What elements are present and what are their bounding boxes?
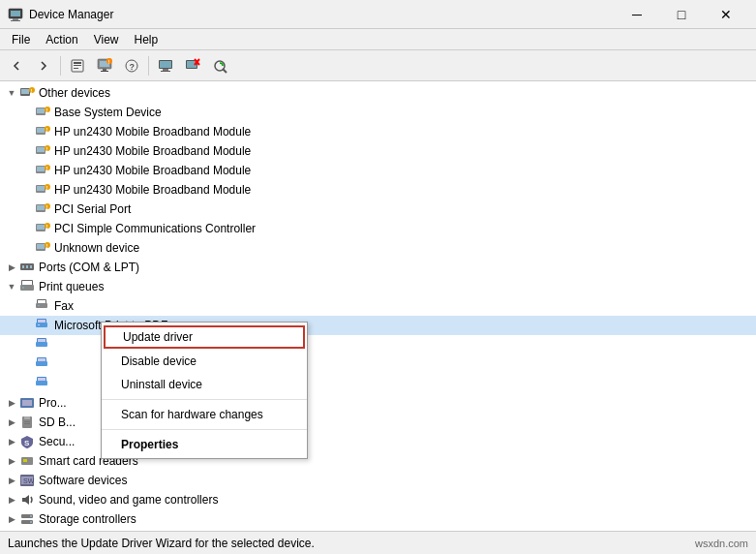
tree-item-hp2[interactable]: ! HP un2430 Mobile Broadband Module [0, 141, 756, 161]
pci-serial-label: PCI Serial Port [54, 202, 131, 216]
forward-button[interactable] [31, 54, 56, 77]
tree-item-software[interactable]: ▶ SW Software devices [0, 471, 756, 490]
ports-icon [19, 260, 35, 275]
svg-text:?: ? [130, 61, 136, 71]
software-expand[interactable]: ▶ [4, 473, 19, 488]
svg-rect-64 [30, 265, 32, 268]
context-disable-device[interactable]: Disable device [102, 350, 307, 373]
context-properties[interactable]: Properties [102, 433, 307, 456]
print-expand[interactable]: ▼ [4, 279, 19, 294]
hp3-label: HP un2430 Mobile Broadband Module [54, 164, 251, 177]
title-bar: Device Manager ─ □ ✕ [0, 0, 756, 29]
svg-rect-76 [38, 324, 40, 325]
minimize-button[interactable]: ─ [615, 0, 659, 29]
pro-expand[interactable]: ▶ [4, 395, 19, 411]
svg-rect-7 [74, 68, 78, 69]
tree-item-storage[interactable]: ▶ Storage controllers [0, 509, 756, 529]
properties-button[interactable] [65, 54, 90, 77]
print-queues-label: Print queues [39, 280, 104, 293]
sd-label: SD B... [39, 416, 76, 429]
print-queues-icon [19, 279, 35, 294]
scan-changes-label: Scan for hardware changes [121, 408, 263, 421]
svg-rect-2 [13, 18, 18, 20]
hp4-icon: ! [35, 182, 50, 198]
tree-item-ports[interactable]: ▶ Ports (COM & LPT) [0, 258, 756, 277]
unknown-icon: ! [35, 240, 50, 256]
base-system-icon: ! [35, 105, 50, 120]
tree-item-base-system[interactable]: ! Base System Device [0, 103, 756, 122]
context-separator [102, 399, 307, 400]
hp3-icon: ! [35, 163, 50, 178]
svg-rect-42 [37, 167, 45, 171]
svg-rect-50 [37, 205, 45, 210]
pdf-icon [35, 318, 50, 333]
pci-comm-label: PCI Simple Communications Controller [54, 222, 256, 235]
svg-rect-3 [11, 20, 20, 21]
base-system-label: Base System Device [54, 106, 162, 119]
sound-expand[interactable]: ▶ [4, 492, 19, 508]
svg-text:S: S [24, 439, 30, 447]
context-uninstall-device[interactable]: Uninstall device [102, 373, 307, 396]
tree-item-sound[interactable]: ▶ Sound, video and game controllers [0, 490, 756, 509]
menu-file[interactable]: File [4, 31, 38, 48]
menu-bar: File Action View Help [0, 29, 756, 50]
properties-icon [70, 58, 85, 74]
close-button[interactable]: ✕ [704, 0, 748, 29]
tree-item-fax[interactable]: Fax [0, 296, 756, 316]
svg-rect-30 [37, 108, 45, 113]
printer3-icon [35, 337, 50, 353]
unknown-label: Unknown device [54, 241, 139, 255]
secu-expand[interactable]: ▶ [4, 434, 19, 449]
storage-label: Storage controllers [39, 512, 136, 526]
tree-item-unknown[interactable]: ! Unknown device [0, 238, 756, 258]
uninstall-button[interactable] [180, 54, 205, 77]
secu-label: Secu... [39, 435, 75, 448]
tree-item-other-devices[interactable]: ▼ ! Other devices [0, 83, 756, 103]
maximize-button[interactable]: □ [659, 0, 704, 29]
tree-item-hp4[interactable]: ! HP un2430 Mobile Broadband Module [0, 180, 756, 200]
menu-help[interactable]: Help [127, 31, 166, 48]
forward-icon [36, 58, 51, 74]
tree-item-hp3[interactable]: ! HP un2430 Mobile Broadband Module [0, 161, 756, 180]
update-driver-button[interactable]: ! [92, 54, 117, 77]
device-tree[interactable]: ▼ ! Other devices ! [0, 81, 756, 531]
svg-rect-90 [24, 421, 30, 422]
hp4-label: HP un2430 Mobile Broadband Module [54, 183, 251, 197]
scan-button[interactable] [207, 54, 232, 77]
ports-label: Ports (COM & LPT) [39, 261, 139, 274]
svg-rect-54 [37, 225, 45, 230]
smart-icon [19, 453, 35, 469]
context-update-driver[interactable]: Update driver [104, 325, 305, 349]
sd-expand[interactable]: ▶ [4, 415, 19, 430]
context-scan-changes[interactable]: Scan for hardware changes [102, 403, 307, 426]
hp1-label: HP un2430 Mobile Broadband Module [54, 125, 251, 138]
fax-icon [35, 298, 50, 314]
svg-rect-46 [37, 186, 45, 191]
menu-view[interactable]: View [86, 31, 127, 48]
sound-icon [19, 492, 35, 508]
computer-button[interactable] [153, 54, 178, 77]
hp2-label: HP un2430 Mobile Broadband Module [54, 144, 251, 158]
smart-expand[interactable]: ▶ [4, 453, 19, 469]
svg-rect-89 [24, 416, 30, 419]
expand-arrow[interactable]: ▼ [4, 85, 19, 101]
computer-icon [158, 58, 173, 74]
tree-item-pci-comm[interactable]: ! PCI Simple Communications Controller [0, 219, 756, 238]
tree-item-hp1[interactable]: ! HP un2430 Mobile Broadband Module [0, 122, 756, 141]
update-driver-label: Update driver [123, 330, 193, 344]
svg-rect-58 [37, 244, 45, 249]
back-button[interactable] [4, 54, 29, 77]
tree-item-system[interactable]: ▶ System devices [0, 529, 756, 531]
tree-item-print-queues[interactable]: ▼ Print queues [0, 277, 756, 296]
ports-expand[interactable]: ▶ [4, 260, 19, 275]
menu-action[interactable]: Action [38, 31, 85, 48]
svg-rect-72 [38, 305, 40, 306]
help-button[interactable]: ? [119, 54, 144, 77]
svg-rect-71 [36, 303, 47, 308]
svg-point-101 [30, 521, 32, 523]
svg-rect-68 [22, 287, 24, 289]
svg-rect-1 [11, 11, 20, 16]
tree-item-pci-serial[interactable]: ! PCI Serial Port [0, 200, 756, 219]
software-label: Software devices [39, 474, 127, 487]
storage-expand[interactable]: ▶ [4, 511, 19, 527]
